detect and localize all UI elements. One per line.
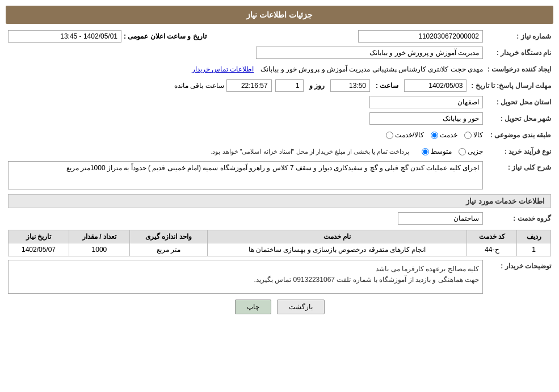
col-namKhedmat: نام خدمت	[207, 230, 467, 243]
namDastgah-label: نام دستگاه خریدار :	[483, 49, 551, 57]
col-tedad: تعداد / مقدار	[69, 230, 130, 243]
ostan-label: استان محل تحویل :	[483, 98, 551, 106]
cell-tedad: 1000	[69, 243, 130, 256]
tabaqe-label: طبقه بندی موضوعی :	[483, 131, 551, 139]
page-header: جزئیات اطلاعات نیاز	[6, 6, 553, 24]
cell-radif: 1	[517, 243, 551, 256]
shomareNiaz-row: شماره نیاز : 1102030672000002 تاریخ و سا…	[8, 29, 551, 43]
tawzih-line2: جهت هماهنگی و بازدید از آموزشگاه با شمار…	[12, 275, 479, 285]
tabaqe-radio-group: کالا خدمت کالا/خدمت	[386, 131, 483, 139]
cell-namKhedmat: انجام کارهای متفرقه درخصوص بازسازی و بهس…	[207, 243, 467, 256]
mohlat-remaining-label: ساعت باقی مانده	[174, 82, 224, 90]
mohlat-remaining: 22:16:57	[226, 79, 272, 92]
jozii-label: جزیی	[468, 147, 483, 155]
tawzih-value: کلیه مصالح برعهده کارفرما می باشد جهت هم…	[8, 260, 483, 294]
grouhKhedmat-label: گروه خدمت :	[483, 214, 551, 222]
tawzih-label: توضیحات خریدار :	[483, 260, 551, 270]
ijadKonande-row: ایجاد کننده درخواست : مهدی حجت کلانتری ک…	[8, 62, 551, 76]
chap-button[interactable]: چاپ	[235, 300, 271, 314]
noeFarayand-note: پرداخت تمام یا بخشی از مبلغ خریدار از مح…	[211, 147, 409, 157]
mohlat-date: 1402/05/03	[404, 79, 466, 92]
namDastgah-row: نام دستگاه خریدار : مدیریت آموزش و پرورش…	[8, 46, 551, 60]
table-row: 1ح-44انجام کارهای متفرقه درخصوص بازسازی …	[9, 243, 551, 256]
radio-kalaKhedmat: کالا/خدمت	[386, 131, 424, 139]
radio-khedmat-input[interactable]	[431, 132, 438, 139]
tarikh-value: 1402/05/01 - 13:45	[8, 30, 121, 43]
col-kodKhedmat: کد خدمت	[467, 230, 517, 243]
mohlat-saat: 13:50	[330, 79, 370, 92]
radio-jozii-input[interactable]	[459, 148, 466, 155]
noeFarayand-label: نوع فرآیند خرید :	[483, 147, 551, 155]
sharh-label: شرح کلی نیاز :	[483, 161, 551, 171]
shahr-label: شهر محل تحویل :	[483, 115, 551, 123]
page-wrapper: جزئیات اطلاعات نیاز شماره نیاز : 1102030…	[0, 0, 559, 392]
radio-kala: کالا	[464, 131, 483, 139]
mohlat-saat-label: ساعت :	[373, 82, 401, 90]
khedmat-label: خدمت	[440, 131, 457, 139]
motavaset-label: متوسط	[431, 147, 452, 155]
grouhKhedmat-value: ساختمان	[398, 212, 483, 225]
noeFarayand-radio-group: جزیی متوسط پرداخت تمام یا بخشی از مبلغ خ…	[211, 147, 483, 157]
namDastgah-value: مدیریت آموزش و پرورش خور و بیابانک	[256, 47, 483, 59]
tawzih-line1: کلیه مصالح برعهده کارفرما می باشد	[12, 264, 479, 275]
khadamat-section-title: اطلاعات خدمات مورد نیاز	[8, 194, 551, 208]
cell-tarikh: 1402/05/07	[9, 243, 69, 256]
kala-label: کالا	[473, 131, 483, 139]
contact-link[interactable]: اطلاعات تماس خریدار	[192, 65, 254, 73]
cell-kodKhedmat: ح-44	[467, 243, 517, 256]
mohlat-label: مهلت ارسال پاسخ: تا تاریخ :	[466, 82, 551, 90]
radio-kalaKhedmat-input[interactable]	[386, 132, 393, 139]
mohlat-row: مهلت ارسال پاسخ: تا تاریخ : 1402/05/03 س…	[8, 79, 551, 92]
col-vahed: واحد اندازه گیری	[129, 230, 207, 243]
mohlat-rooz-label: روز و	[307, 82, 327, 90]
cell-vahed: متر مربع	[129, 243, 207, 256]
col-radif: ردیف	[517, 230, 551, 243]
radio-motavaset: متوسط	[422, 147, 452, 155]
tawzih-row: توضیحات خریدار : کلیه مصالح برعهده کارفر…	[8, 260, 551, 294]
shomareNiaz-label: شماره نیاز :	[483, 32, 551, 40]
shahr-row: شهر محل تحویل : خور و بیابانک	[8, 112, 551, 125]
radio-jozii: جزیی	[459, 147, 483, 155]
grouhKhedmat-row: گروه خدمت : ساختمان	[8, 212, 551, 225]
tabaqe-row: طبقه بندی موضوعی : کالا خدمت کالا/خدمت	[8, 128, 551, 142]
kalaKhedmat-label: کالا/خدمت	[395, 131, 424, 139]
ijadKonande-label: ایجاد کننده درخواست :	[483, 65, 551, 73]
ostan-value: اصفهان	[369, 96, 483, 108]
shahr-value: خور و بیابانک	[369, 112, 483, 125]
noeFarayand-row: نوع فرآیند خرید : جزیی متوسط پرداخت تمام…	[8, 145, 551, 158]
ijadKonande-value: مهدی حجت کلانتری کارشناس پشتیبانی مدیریت…	[260, 65, 483, 73]
main-content: شماره نیاز : 1102030672000002 تاریخ و سا…	[6, 29, 553, 314]
button-group: بازگشت چاپ	[8, 300, 551, 314]
sharh-value: اجرای کلیه عملیات کندن گچ قبلی و گچ و سف…	[8, 161, 483, 189]
page-title: جزئیات اطلاعات نیاز	[246, 10, 313, 19]
mohlat-rooz: 1	[275, 79, 304, 92]
radio-motavaset-input[interactable]	[422, 148, 429, 155]
radio-kala-input[interactable]	[464, 132, 472, 139]
tarikh-label: تاریخ و ساعت اعلان عمومی :	[121, 32, 209, 40]
ostan-row: استان محل تحویل : اصفهان	[8, 95, 551, 109]
col-tarikh: تاریخ نیاز	[9, 230, 69, 243]
bazgasht-button[interactable]: بازگشت	[277, 300, 325, 314]
sharh-row: شرح کلی نیاز : اجرای کلیه عملیات کندن گچ…	[8, 161, 551, 189]
shomareNiaz-value: 1102030672000002	[358, 30, 483, 43]
radio-khedmat: خدمت	[431, 131, 457, 139]
services-table: ردیف کد خدمت نام خدمت واحد اندازه گیری ت…	[8, 230, 551, 256]
